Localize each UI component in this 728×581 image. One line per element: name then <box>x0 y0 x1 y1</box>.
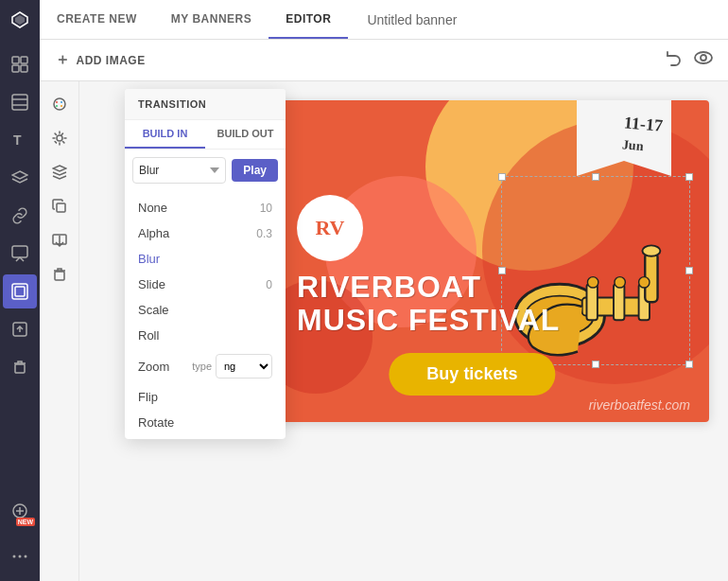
effect-rotate[interactable]: Rotate <box>125 410 286 435</box>
sidebar-icon-layout[interactable] <box>3 47 37 81</box>
svg-point-22 <box>25 555 27 558</box>
svg-rect-5 <box>21 65 27 72</box>
new-badge-label: NEW <box>16 518 35 526</box>
effect-select[interactable]: Blur None Alpha Slide <box>132 157 226 184</box>
handle-tl[interactable] <box>498 173 506 181</box>
tool-settings[interactable] <box>44 123 75 153</box>
svg-point-30 <box>57 135 62 141</box>
add-image-label: ADD IMAGE <box>77 54 146 67</box>
tab-build-out[interactable]: BUILD OUT <box>205 120 286 149</box>
transition-list: None 10 Alpha 0.3 Blur Slide <box>125 191 286 439</box>
sidebar-icon-more[interactable] <box>3 539 37 573</box>
content-area: ＋ ADD IMAGE <box>40 40 728 581</box>
buy-tickets-button[interactable]: Buy tickets <box>389 353 555 396</box>
canvas-area: TRANSITION BUILD IN BUILD OUT Blur None … <box>40 81 728 581</box>
sidebar-icon-grid[interactable] <box>3 85 37 119</box>
svg-text:T: T <box>13 132 22 148</box>
nav-editor[interactable]: EDITOR <box>269 0 348 39</box>
svg-point-21 <box>19 555 22 558</box>
canvas-workspace: TRANSITION BUILD IN BUILD OUT Blur None … <box>79 81 728 581</box>
svg-point-25 <box>54 98 65 110</box>
handle-br[interactable] <box>685 361 693 368</box>
svg-point-26 <box>56 101 58 103</box>
nav-create-new[interactable]: CREATE NEW <box>40 0 154 39</box>
undo-button[interactable] <box>664 48 683 72</box>
effect-zoom[interactable]: Zoom type ngInOut <box>125 348 286 384</box>
tool-trash[interactable] <box>44 259 75 290</box>
tools-panel <box>40 81 79 581</box>
top-nav: CREATE NEW MY BANNERS EDITOR Untitled ba… <box>0 0 728 40</box>
handle-tm[interactable] <box>592 173 599 181</box>
handle-rm[interactable] <box>685 267 693 274</box>
nav-items: CREATE NEW MY BANNERS EDITOR <box>40 0 348 39</box>
banner-date: 11-17Jun <box>621 113 664 157</box>
svg-rect-11 <box>12 246 27 257</box>
svg-rect-13 <box>15 287 25 296</box>
toolbar: ＋ ADD IMAGE <box>40 40 728 81</box>
svg-point-29 <box>61 105 62 107</box>
left-sidebar: T NEW <box>0 40 40 581</box>
sidebar-icon-layers[interactable] <box>3 161 37 195</box>
svg-rect-35 <box>55 272 64 280</box>
app-logo <box>0 0 40 40</box>
banner-title: Untitled banner <box>367 12 457 27</box>
main-layout: T NEW <box>0 40 728 581</box>
effect-none[interactable]: None 10 <box>125 195 286 220</box>
transition-controls: Blur None Alpha Slide Play <box>125 150 286 191</box>
svg-rect-4 <box>12 65 19 72</box>
tab-build-in[interactable]: BUILD IN <box>125 120 205 149</box>
preview-button[interactable] <box>694 48 713 72</box>
svg-point-24 <box>701 55 706 61</box>
sidebar-icon-new[interactable]: NEW <box>3 494 37 528</box>
sidebar-icon-upload[interactable] <box>3 312 37 346</box>
nav-my-banners[interactable]: MY BANNERS <box>154 0 269 39</box>
transition-tabs: BUILD IN BUILD OUT <box>125 120 286 150</box>
add-icon: ＋ <box>55 50 71 70</box>
sidebar-icon-element[interactable] <box>3 274 37 308</box>
banner-background: 11-17Jun RV <box>269 100 709 422</box>
transition-header: TRANSITION <box>125 89 286 120</box>
toolbar-left: ＋ ADD IMAGE <box>55 50 146 70</box>
svg-point-27 <box>61 101 62 103</box>
transition-panel: TRANSITION BUILD IN BUILD OUT Blur None … <box>125 89 286 439</box>
effect-roll[interactable]: Roll <box>125 323 286 348</box>
banner-website: riverboatfest.com <box>589 397 690 413</box>
svg-marker-31 <box>53 166 66 171</box>
tool-export[interactable] <box>44 225 75 255</box>
tool-layers[interactable] <box>44 157 75 187</box>
effect-blur[interactable]: Blur <box>125 246 286 272</box>
sidebar-icon-chat[interactable] <box>3 237 37 271</box>
svg-point-23 <box>695 52 712 63</box>
tool-copy[interactable] <box>44 191 75 221</box>
effect-scale[interactable]: Scale <box>125 297 286 323</box>
effect-flip[interactable]: Flip <box>125 384 286 410</box>
handle-tr[interactable] <box>685 173 693 181</box>
svg-rect-2 <box>12 57 19 63</box>
sidebar-icon-link[interactable] <box>3 199 37 233</box>
play-button[interactable]: Play <box>232 159 278 182</box>
effect-slide[interactable]: Slide 0 <box>125 272 286 297</box>
svg-marker-1 <box>15 15 25 25</box>
svg-point-28 <box>56 105 58 107</box>
svg-rect-6 <box>12 95 27 110</box>
add-image-button[interactable]: ＋ ADD IMAGE <box>55 50 146 70</box>
tool-palette[interactable] <box>44 89 75 119</box>
toolbar-right <box>664 48 713 72</box>
svg-rect-32 <box>57 203 65 212</box>
svg-point-20 <box>13 555 16 558</box>
svg-marker-10 <box>12 171 27 179</box>
svg-rect-16 <box>15 364 25 373</box>
sidebar-icon-trash[interactable] <box>3 350 37 384</box>
banner-logo: RV <box>297 195 363 261</box>
banner-title: RIVERBOAT MUSIC FESTIVAL <box>297 271 560 337</box>
svg-rect-3 <box>21 57 27 63</box>
type-select[interactable]: ngInOut <box>216 354 272 379</box>
handle-bm[interactable] <box>592 361 599 368</box>
sidebar-icon-text[interactable]: T <box>3 123 37 157</box>
banner-canvas: 11-17Jun RV <box>269 100 709 422</box>
effect-alpha[interactable]: Alpha 0.3 <box>125 220 286 246</box>
